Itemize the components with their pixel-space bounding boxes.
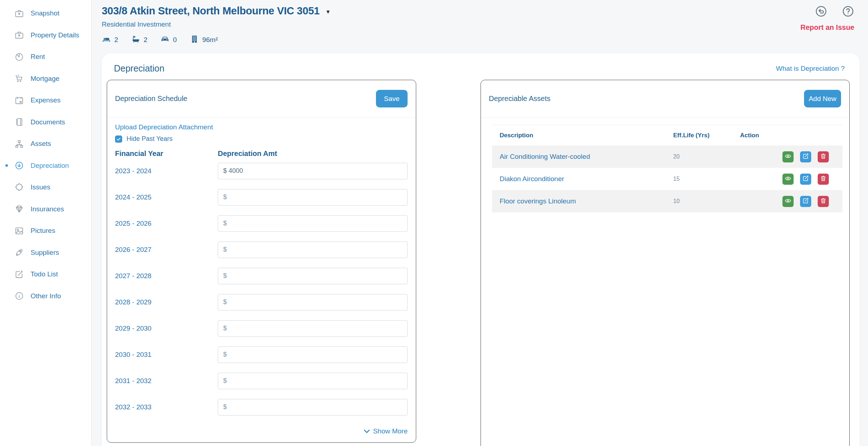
- depreciation-amount-input[interactable]: [218, 215, 408, 232]
- pencil-square-icon: [802, 197, 809, 205]
- view-button[interactable]: [782, 151, 794, 162]
- schedule-row: 2030 - 2031: [115, 341, 408, 368]
- chevron-down-icon: [364, 429, 370, 434]
- sidebar-item-todo-list[interactable]: Todo List: [0, 263, 91, 285]
- depreciable-assets-panel: Depreciable Assets Add New Description E…: [481, 80, 850, 446]
- sidebar-item-pictures[interactable]: Pictures: [0, 220, 91, 242]
- asset-actions: [740, 151, 842, 162]
- stat-bath: 2: [131, 35, 148, 45]
- depreciation-amount-input[interactable]: [218, 294, 408, 311]
- stat-building: 96m²: [190, 35, 218, 45]
- show-more-link[interactable]: Show More: [364, 427, 408, 435]
- sidebar: Snapshot Property Details Rent Mortgage …: [0, 0, 92, 446]
- financial-year-label: 2032 - 2033: [115, 403, 218, 411]
- asset-eff-life: 10: [673, 198, 740, 204]
- edit-button[interactable]: [800, 174, 811, 185]
- schedule-rows: 2023 - 2024 2024 - 2025 2025 - 2026 2026…: [115, 158, 408, 420]
- financial-year-label: 2028 - 2029: [115, 298, 218, 306]
- depreciation-amount-input[interactable]: [218, 399, 408, 415]
- delete-button[interactable]: [818, 151, 829, 162]
- sidebar-item-depreciation[interactable]: Depreciation: [0, 155, 91, 177]
- sidebar-item-label: Expenses: [31, 96, 60, 104]
- delete-button[interactable]: [818, 196, 829, 207]
- sidebar-item-rent[interactable]: Rent: [0, 46, 91, 68]
- info-circle-icon: [14, 291, 24, 301]
- sidebar-item-property-details[interactable]: Property Details: [0, 24, 91, 46]
- asset-table-row: Diakon Airconditioner 15: [492, 168, 842, 190]
- view-button[interactable]: [782, 196, 794, 207]
- depreciation-card: Depreciation What is Depreciation ? Depr…: [102, 53, 860, 446]
- checkbox-checked-icon[interactable]: [115, 135, 122, 143]
- briefcase-icon: [14, 30, 24, 40]
- asset-actions: [740, 196, 842, 207]
- pencil-square-icon: [802, 175, 809, 183]
- depreciation-amt-column-header: Depreciation Amt: [218, 150, 408, 158]
- stat-car: 0: [160, 35, 177, 45]
- hide-past-years-checkbox-row[interactable]: Hide Past Years: [115, 135, 408, 143]
- sidebar-item-suppliers[interactable]: Suppliers: [0, 242, 91, 264]
- show-more-label: Show More: [373, 427, 408, 435]
- property-type: Residential Investment: [102, 20, 331, 28]
- picture-icon: [14, 226, 24, 236]
- sidebar-item-other-info[interactable]: Other Info: [0, 285, 91, 307]
- diamond-icon: [14, 204, 24, 214]
- sidebar-item-label: Assets: [31, 140, 51, 148]
- action-column-header: Action: [740, 132, 842, 139]
- eye-icon: [785, 175, 791, 183]
- asset-description: Air Conditioning Water-cooled: [492, 153, 673, 161]
- asset-table-row: Air Conditioning Water-cooled 20: [492, 146, 842, 168]
- eye-icon: [785, 153, 791, 161]
- schedule-row: 2032 - 2033: [115, 394, 408, 420]
- upload-attachment-link[interactable]: Upload Depreciation Attachment: [115, 123, 213, 131]
- sidebar-item-expenses[interactable]: Expenses: [0, 89, 91, 111]
- depreciation-amount-input[interactable]: [218, 268, 408, 284]
- edit-button[interactable]: [800, 151, 811, 162]
- sidebar-item-issues[interactable]: Issues: [0, 176, 91, 198]
- page-header: 303/8 Atkin Street, North Melbourne VIC …: [102, 5, 854, 45]
- financial-year-label: 2026 - 2027: [115, 246, 218, 254]
- what-is-depreciation-link[interactable]: What is Depreciation ?: [776, 65, 845, 73]
- sidebar-item-documents[interactable]: Documents: [0, 111, 91, 133]
- pie-chart-icon: [14, 52, 24, 62]
- edit-button[interactable]: [800, 196, 811, 207]
- pencil-square-icon: [802, 153, 809, 161]
- delete-button[interactable]: [818, 174, 829, 185]
- depreciation-amount-input[interactable]: [218, 163, 408, 179]
- trash-icon: [820, 153, 827, 161]
- assets-table-body: Air Conditioning Water-cooled 20 Diakon …: [492, 146, 842, 212]
- assets-panel-header: Depreciable Assets Add New: [481, 80, 849, 118]
- sidebar-item-mortgage[interactable]: Mortgage: [0, 68, 91, 90]
- property-summary: 303/8 Atkin Street, North Melbourne VIC …: [102, 5, 331, 45]
- depreciation-amount-input[interactable]: [218, 189, 408, 206]
- sidebar-item-label: Rent: [31, 53, 45, 61]
- download-circle-icon: [14, 161, 24, 170]
- property-address-dropdown[interactable]: 303/8 Atkin Street, North Melbourne VIC …: [102, 5, 331, 17]
- chevron-down-icon: ▼: [325, 7, 331, 15]
- asset-eff-life: 15: [673, 176, 740, 182]
- depreciation-amount-input[interactable]: [218, 346, 408, 363]
- depreciation-amount-input[interactable]: [218, 242, 408, 258]
- schedule-row: 2025 - 2026: [115, 210, 408, 236]
- add-new-button[interactable]: Add New: [804, 90, 841, 107]
- financial-year-label: 2025 - 2026: [115, 220, 218, 227]
- back-icon[interactable]: [815, 5, 827, 18]
- briefcase-icon: [14, 9, 24, 18]
- schedule-row: 2024 - 2025: [115, 184, 408, 210]
- app-window: Snapshot Property Details Rent Mortgage …: [0, 0, 868, 446]
- report-an-issue-link[interactable]: Report an Issue: [800, 23, 854, 32]
- sidebar-item-label: Issues: [31, 183, 50, 191]
- sidebar-item-insurances[interactable]: Insurances: [0, 198, 91, 220]
- help-icon[interactable]: [842, 5, 854, 18]
- depreciation-amount-input[interactable]: [218, 320, 408, 337]
- depreciation-amount-input[interactable]: [218, 373, 408, 389]
- asset-actions: [740, 174, 842, 185]
- save-button[interactable]: Save: [376, 90, 408, 107]
- cart-icon: [14, 74, 24, 83]
- sidebar-item-snapshot[interactable]: Snapshot: [0, 3, 91, 24]
- view-button[interactable]: [782, 174, 794, 185]
- schedule-column-headers: Financial Year Depreciation Amt: [115, 150, 408, 158]
- asset-description: Floor coverings Linoleum: [492, 197, 673, 205]
- property-address: 303/8 Atkin Street, North Melbourne VIC …: [102, 5, 320, 17]
- sidebar-item-assets[interactable]: Assets: [0, 133, 91, 155]
- trash-icon: [820, 197, 827, 205]
